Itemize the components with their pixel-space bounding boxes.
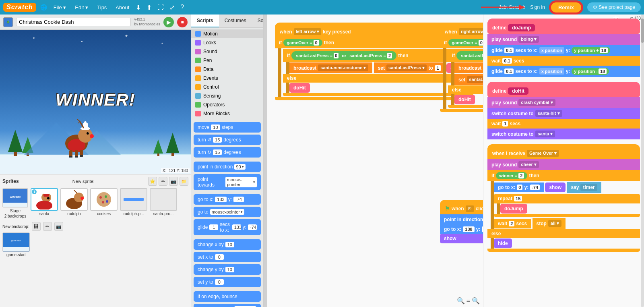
play-sound-boing-block[interactable]: play sound boing ▾ xyxy=(487,34,640,45)
right-arrow-hat-block[interactable]: when right arrow ▾ key pressed xyxy=(440,23,483,37)
gameover-value[interactable]: 0 xyxy=(314,40,319,46)
green-flag-hat-block[interactable]: ⚑ when 🏳 clicked xyxy=(440,200,483,214)
point-direction-gf-block[interactable]: point in direction 90 ▾ xyxy=(440,214,483,225)
scratch-logo[interactable]: Scratch xyxy=(3,3,36,12)
zoom-out-button[interactable]: 🔍 xyxy=(457,297,465,305)
gameover-r-value[interactable]: 0 xyxy=(479,40,483,46)
glide-secs-input[interactable]: 1 xyxy=(209,224,218,230)
category-data[interactable]: Data xyxy=(191,65,263,74)
glide-x-input[interactable]: 133 xyxy=(232,224,241,230)
slp-var-dropdown[interactable]: santaLastPress ▾ xyxy=(386,64,427,71)
sprite-item-rudolph[interactable]: rudolph xyxy=(60,188,88,216)
change-y-block[interactable]: change y by 10 xyxy=(194,264,261,275)
goto-dropdown[interactable]: mouse-pointer xyxy=(210,209,244,215)
define-dohit-hat[interactable]: define doHit xyxy=(487,82,640,97)
if-winner-head[interactable]: if winner = 2 then xyxy=(487,170,640,181)
set-x-block[interactable]: set x to 0 xyxy=(194,252,261,262)
move-block[interactable]: move 10 steps xyxy=(194,122,261,133)
set-slp-r-block[interactable]: set santaLastPress ▾ to 2 xyxy=(454,74,483,85)
backdrop-draw-button[interactable]: ✏ xyxy=(43,222,52,231)
remix-button[interactable]: Remix xyxy=(550,1,582,14)
winner-val[interactable]: 2 xyxy=(518,173,524,178)
right-panel-scrollbar[interactable] xyxy=(641,15,644,307)
change-x-block[interactable]: change x by 10 xyxy=(194,239,261,250)
goto-gf-x[interactable]: 138 xyxy=(463,226,474,232)
project-title-input[interactable] xyxy=(16,18,131,26)
dohit-call-block[interactable]: doHit xyxy=(289,83,310,93)
crash-dropdown[interactable]: crash cymbal ▾ xyxy=(518,99,555,106)
point-towards-block[interactable]: point towards mouse-pointer xyxy=(194,174,261,190)
category-pen[interactable]: Pen xyxy=(191,56,263,65)
glide-up-block[interactable]: glide 0.1 secs to x: x position y: y pos… xyxy=(487,45,640,56)
sprite-item-santa-pro[interactable]: santa-pro... xyxy=(150,188,177,216)
goto-x-input[interactable]: 133 xyxy=(215,197,226,202)
category-sound[interactable]: Sound xyxy=(191,47,263,56)
go-to-xy-block[interactable]: go to x: 133 y: -74 xyxy=(194,194,261,205)
cheer-dropdown[interactable]: cheer ▾ xyxy=(518,161,539,168)
turn-cw-input[interactable]: 15 xyxy=(213,149,222,155)
sprite-item-rudolph-p[interactable]: rudolph-p... xyxy=(120,188,147,216)
set-x-input[interactable]: 0 xyxy=(215,254,224,260)
broadcast-dropdown[interactable]: santa-next-costume ▾ xyxy=(318,64,368,71)
wait-1-block[interactable]: wait 1 secs xyxy=(487,119,640,129)
change-y-input[interactable]: 10 xyxy=(225,267,234,272)
about-menu[interactable]: About xyxy=(113,4,132,11)
santa-hit-dropdown[interactable]: santa-hit ▾ xyxy=(535,110,562,117)
scripts-area[interactable]: when left arrow ▾ key pressed if gameOve… xyxy=(267,15,483,307)
turn-ccw-block[interactable]: turn ↺ 15 degrees xyxy=(194,135,261,145)
slp-val2[interactable]: 2 xyxy=(387,53,392,58)
go-to-winner-block[interactable]: go to x: 0 y: -74 xyxy=(494,183,544,192)
left-arrow-dropdown[interactable]: left arrow ▾ xyxy=(294,28,322,35)
if-on-edge-block[interactable]: if on edge, bounce xyxy=(194,291,261,302)
green-flag-button[interactable]: ▶ xyxy=(163,17,174,27)
category-motion[interactable]: Motion xyxy=(191,29,263,38)
go-to-xy-gf-block[interactable]: go to x: 138 y: -74 xyxy=(440,224,483,234)
category-sensing[interactable]: Sensing xyxy=(191,91,263,100)
move-steps-input[interactable]: 10 xyxy=(211,124,220,130)
say-timer-block[interactable]: say timer xyxy=(567,182,601,193)
tab-costumes[interactable]: Costumes xyxy=(219,15,252,27)
paint-sprite-button[interactable]: ⭐ xyxy=(148,177,157,186)
tips-menu[interactable]: Tips xyxy=(95,4,109,11)
see-project-button[interactable]: ⚙ See project page xyxy=(587,2,641,12)
fullscreen-icon[interactable]: ⛶ xyxy=(157,4,164,11)
info-badge[interactable]: ℹ xyxy=(32,189,37,194)
towards-dropdown[interactable]: mouse-pointer xyxy=(225,177,257,187)
tab-scripts[interactable]: Scripts xyxy=(191,15,219,27)
change-x-input[interactable]: 10 xyxy=(225,242,234,247)
show-gf-block[interactable]: show xyxy=(440,234,483,243)
zoom-in-button[interactable]: 🔍 xyxy=(472,297,480,305)
set-rotation-block[interactable]: set rotation style left-right xyxy=(194,304,261,307)
download-icon[interactable]: ⬇ xyxy=(136,4,141,11)
stop-all-block[interactable]: stop all ▾ xyxy=(533,218,566,229)
switch-costume-santa-block[interactable]: switch costume to santa ▾ xyxy=(487,129,640,139)
wait-2-block[interactable]: wait 2 secs xyxy=(494,219,531,228)
glide-down-block[interactable]: glide 0.1 secs to x: x position y: y pos… xyxy=(487,66,640,77)
goto-y-input[interactable]: -74 xyxy=(233,197,244,202)
stop-dropdown[interactable]: all ▾ xyxy=(548,220,561,227)
sprite-item-cookies[interactable]: cookies xyxy=(90,188,118,216)
backdrop-camera-button[interactable]: 📷 xyxy=(54,222,63,231)
camera-sprite-button[interactable]: 📁 xyxy=(180,177,188,186)
dohit-r-call-block[interactable]: doHit xyxy=(454,95,475,104)
winner-condition[interactable]: winner = 2 xyxy=(496,172,527,179)
game-over-dropdown[interactable]: Game Over ▾ xyxy=(527,150,559,157)
repeat-head[interactable]: repeat 15 xyxy=(494,194,640,203)
category-control[interactable]: Control xyxy=(191,83,263,91)
zoom-reset-button[interactable]: = xyxy=(466,297,470,305)
draw-sprite-button[interactable]: ✏ xyxy=(159,177,167,186)
set-y-input[interactable]: 0 xyxy=(215,279,224,285)
help-icon[interactable]: ? xyxy=(180,4,184,11)
broadcast-block[interactable]: broadcast santa-next-costume ▾ xyxy=(289,62,372,73)
edit-menu[interactable]: Edit ▾ xyxy=(72,4,91,11)
slp-or-r-condition[interactable]: santaLastPress = 0 or santaLastPress = 1 xyxy=(456,51,483,60)
expand-icon[interactable]: ⤢ xyxy=(169,4,175,11)
if-gameover-r-head[interactable]: if gameOver = 0 then xyxy=(440,37,483,48)
backdrop-item-gamestart[interactable]: game-start game-start xyxy=(2,232,30,257)
sprite-item-santa[interactable]: ℹ santa xyxy=(31,188,58,216)
stop-button[interactable]: ■ xyxy=(177,17,188,27)
category-more-blocks[interactable]: More Blocks xyxy=(191,109,263,118)
upload-sprite-button[interactable]: 📷 xyxy=(169,177,178,186)
scrollbar-thumb[interactable] xyxy=(641,19,644,43)
backdrop-paint-button[interactable]: 🖼 xyxy=(32,222,41,231)
